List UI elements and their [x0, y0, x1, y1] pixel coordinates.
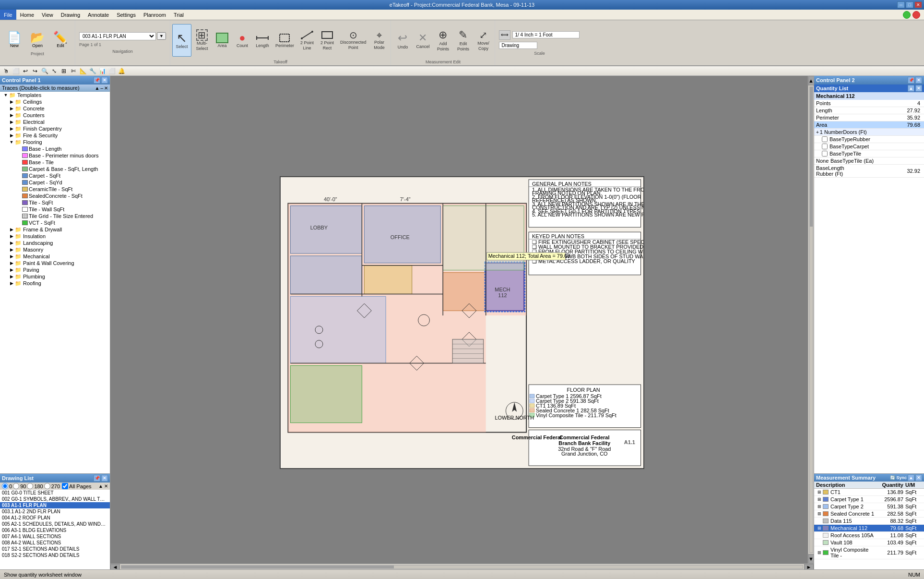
meas-up[interactable]: ▲	[908, 474, 914, 481]
tree-item-base-perimeter[interactable]: Base - Perimeter minus doors	[0, 152, 110, 159]
drawing-item-008[interactable]: 008 A4-2 WALL SECTIONS	[0, 540, 110, 546]
length-button[interactable]: Length	[253, 24, 272, 57]
tree-item-ceilings[interactable]: ▶ 📁 Ceilings	[0, 98, 110, 105]
tree-item-counters[interactable]: ▶ 📁 Counters	[0, 112, 110, 119]
meas-row-mechanical112[interactable]: ⊞ Mechanical 112 79.68 SqFt	[814, 525, 924, 532]
meas-row-vault108[interactable]: Vault 108 103.49 SqFt	[814, 539, 924, 546]
tree-item-tile-grid[interactable]: Tile Grid - Tile Size Entered	[0, 213, 110, 219]
scroll-track-h[interactable]	[121, 565, 803, 569]
close-button[interactable]: ✕	[914, 1, 922, 8]
tree-item-tile-wall[interactable]: Tile - Wall SqFt	[0, 206, 110, 213]
all-pages-check[interactable]	[62, 483, 68, 489]
meas-row-ct1[interactable]: ⊞ CT1 136.89 SqFt	[814, 489, 924, 496]
scroll-thumb-v[interactable]	[810, 87, 813, 227]
traces-close[interactable]: ✕	[104, 85, 108, 91]
center-area[interactable]: GENERAL PLAN NOTES 1. ALL DIMENSIONS ARE…	[110, 76, 814, 569]
menu-annotate[interactable]: Annotate	[84, 10, 113, 20]
plan-image[interactable]: GENERAL PLAN NOTES 1. ALL DIMENSIONS ARE…	[280, 176, 644, 469]
traces-collapse[interactable]: –	[100, 85, 103, 91]
meas-row-sealed-expand[interactable]: ⊞	[816, 511, 823, 516]
qa-btn-5[interactable]: 🔍	[40, 67, 49, 75]
qa-btn-9[interactable]: 📐	[79, 67, 87, 75]
drawing-item-018[interactable]: 018 S2-2 SECTIONS AND DETAILS	[0, 552, 110, 558]
meas-row-data115[interactable]: Data 115 88.32 SqFt	[814, 518, 924, 525]
drawing-item-006[interactable]: 006 A3-1 BLDG ELEVATIONS	[0, 527, 110, 533]
scroll-right-btn[interactable]: ►	[804, 564, 814, 570]
drawing-item-017[interactable]: 017 S2-1 SECTIONS AND DETAILS	[0, 546, 110, 552]
meas-row-carpet2[interactable]: ⊞ Carpet Type 2 591.38 SqFt	[814, 503, 924, 510]
vertical-scrollbar[interactable]: ▲ ▼	[808, 76, 814, 564]
2point-rect-button[interactable]: 2 PointRect	[318, 24, 337, 57]
drawing-scale-input[interactable]	[499, 42, 537, 49]
qa-btn-12[interactable]: ⬜	[107, 67, 116, 75]
scroll-left-btn[interactable]: ◄	[110, 564, 120, 570]
maximize-button[interactable]: □	[906, 1, 913, 8]
meas-row-vct[interactable]: ⊞ Vinyl Composite Tile - 211.79 SqFt	[814, 546, 924, 559]
traces-controls[interactable]: ▲ – ✕	[95, 85, 108, 91]
basetyletile-check[interactable]	[822, 151, 828, 157]
nav-dropdown[interactable]: 003 A1-1 FLR PLAN	[79, 32, 156, 40]
move-copy-button[interactable]: ⤢ Move/Copy	[474, 24, 493, 57]
scroll-up-btn[interactable]: ▲	[808, 76, 814, 85]
qa-btn-6[interactable]: ⤡	[50, 67, 59, 75]
minimize-button[interactable]: ─	[897, 1, 905, 8]
tree-item-sealed-concrete[interactable]: SealedConcrete - SqFt	[0, 193, 110, 199]
tree-item-roofing[interactable]: ▶ 📁 Roofing	[0, 280, 110, 287]
tree-item-flooring[interactable]: ▼ 📁 Flooring	[0, 139, 110, 145]
drawing-panel-close[interactable]: ✕	[101, 475, 108, 482]
meas-row-vct-expand[interactable]: ⊞	[816, 550, 823, 555]
polar-mode-button[interactable]: ⌖ PolarMode	[369, 24, 389, 57]
tree-item-carpet-sqft[interactable]: Carpet - SqFt	[0, 172, 110, 179]
edit-button[interactable]: ✏️ Edit	[50, 29, 71, 50]
drawing-panel-controls[interactable]: 📌 ✕	[94, 475, 108, 482]
scale-input[interactable]	[512, 31, 580, 38]
select-button[interactable]: ↖ Select	[172, 24, 191, 57]
rot-90[interactable]	[13, 483, 19, 489]
meas-close[interactable]: ✕	[915, 474, 922, 481]
tree-item-templates[interactable]: ▼ 📁 Templates	[0, 92, 110, 98]
2point-line-button[interactable]: 2 PointLine	[297, 24, 317, 57]
qa-btn-8[interactable]: ✄	[69, 67, 78, 75]
right-panel-pin[interactable]: 📌	[908, 77, 914, 84]
drawing-item-002[interactable]: 002 G0-1 SYMBOLS, ABBREV., AND WALL TYPE…	[0, 496, 110, 502]
window-controls[interactable]: ─ □ ✕	[897, 1, 922, 8]
rot-270[interactable]	[44, 483, 50, 489]
qa-btn-4[interactable]: ↪	[31, 67, 39, 75]
traces-up[interactable]: ▲	[95, 85, 100, 91]
tree-item-paint[interactable]: ▶ 📁 Paint & Wall Covering	[0, 260, 110, 266]
edit-points-button[interactable]: ✎ EditPoints	[453, 24, 473, 57]
nav-dropdown-btn[interactable]: ▼	[157, 32, 166, 40]
meas-row-carpet1[interactable]: ⊞ Carpet Type 1 2596.87 SqFt	[814, 496, 924, 503]
qa-btn-1[interactable]: 🖱	[2, 67, 11, 75]
drawing-item-003[interactable]: 003 A1-1 FLR PLAN	[0, 502, 110, 508]
menu-settings[interactable]: Settings	[113, 10, 140, 20]
menu-view[interactable]: View	[38, 10, 57, 20]
tree-item-plumbing[interactable]: ▶ 📁 Plumbing	[0, 273, 110, 280]
numberdoors-expand[interactable]: +	[816, 130, 819, 135]
meas-row-carpet1-expand[interactable]: ⊞	[816, 497, 823, 502]
multi-select-button[interactable]: ⊞ Multi-Select	[192, 24, 212, 57]
drawing-item-005[interactable]: 005 A2-1 SCHEDULES, DETAILS, AND WINDOW-	[0, 521, 110, 527]
disconnected-point-button[interactable]: ⊙ DisconnectedPoint	[338, 24, 369, 57]
tree-item-insulation[interactable]: ▶ 📁 Insulation	[0, 233, 110, 240]
qa-btn-13[interactable]: 🔔	[117, 67, 126, 75]
meas-row-mech112-expand[interactable]: ⊞	[816, 526, 823, 531]
tree-item-landscaping[interactable]: ▶ 📁 Landscaping	[0, 240, 110, 246]
rot-180[interactable]	[27, 483, 33, 489]
drawing-close-btn[interactable]: ✕	[104, 483, 108, 489]
drawing-item-001[interactable]: 001 G0-0 TITLE SHEET	[0, 490, 110, 496]
menu-file[interactable]: File	[0, 10, 16, 20]
qty-close[interactable]: ✕	[915, 85, 922, 92]
tree-item-base-tile[interactable]: Base - Tile	[0, 159, 110, 166]
tree-item-vct[interactable]: VCT - SqFt	[0, 219, 110, 226]
tree-item-frame-drywall[interactable]: ▶ 📁 Frame & Drywall	[0, 226, 110, 233]
qty-controls[interactable]: ▲ ✕	[908, 85, 922, 92]
drawing-item-007[interactable]: 007 A4-1 WALL SECTIONS	[0, 533, 110, 540]
tree-item-electrical[interactable]: ▶ 📁 Electrical	[0, 119, 110, 125]
rot-0[interactable]	[2, 483, 8, 489]
new-button[interactable]: 📄 New	[4, 29, 25, 50]
menu-drawing[interactable]: Drawing	[57, 10, 84, 20]
tree-item-finish-carpentry[interactable]: ▶ 📁 Finish Carpentry	[0, 125, 110, 132]
tree-item-tile-sqft[interactable]: Tile - SqFt	[0, 199, 110, 206]
left-panel-pin[interactable]: 📌	[94, 77, 100, 84]
